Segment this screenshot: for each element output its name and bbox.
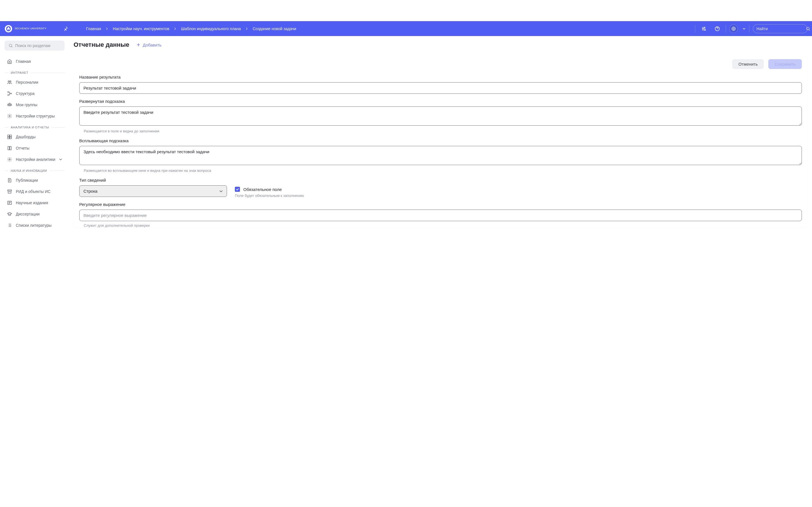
sidebar-item-publications[interactable]: Публикации [4, 175, 64, 186]
sidebar-search[interactable] [4, 41, 64, 51]
sidebar-item-reports[interactable]: Отчеты [4, 143, 64, 154]
chevron-down-icon [59, 158, 62, 161]
divider [726, 25, 726, 33]
svg-point-14 [10, 81, 11, 82]
sidebar-item-home[interactable]: Главная [4, 56, 64, 67]
result-name-input[interactable] [79, 82, 802, 94]
help-icon[interactable] [712, 24, 722, 34]
save-button[interactable]: Сохранить [768, 59, 802, 69]
cancel-button[interactable]: Отменить [732, 59, 764, 69]
popup-hint-textarea[interactable] [79, 146, 802, 165]
svg-point-26 [9, 159, 10, 160]
svg-point-9 [732, 27, 735, 30]
avatar[interactable] [729, 24, 738, 33]
svg-point-17 [11, 93, 11, 94]
sidebar-item-groups[interactable]: Мои группы [4, 99, 64, 110]
sidebar-group-science: НАУКА И ИННОВАЦИИ [4, 169, 64, 172]
add-label: Добавить [143, 43, 161, 47]
field-required: Обязательное поле Поле будет обязательны… [235, 178, 304, 198]
breadcrumb-create-task[interactable]: Создание новой задачи [253, 26, 296, 31]
svg-point-19 [8, 104, 8, 105]
main-content: Отчетные данные Добавить Отменить Сохран… [69, 36, 812, 239]
field-hint: Размещается в поле и видна до заполнения [79, 129, 802, 133]
people-icon [7, 79, 12, 85]
field-label: Тип сведений [79, 178, 227, 182]
required-checkbox[interactable] [235, 187, 240, 192]
brand-text: SECHENOV UNIVERSITY [15, 27, 47, 30]
field-result-name: Название результата [79, 75, 802, 94]
svg-point-2 [9, 27, 10, 28]
svg-point-20 [11, 104, 11, 105]
expanded-hint-textarea[interactable] [79, 107, 802, 126]
document-icon [7, 177, 12, 183]
sidebar-item-label: Структура [16, 91, 35, 96]
sidebar-item-label: Главная [16, 59, 31, 64]
sidebar-item-label: Мои группы [16, 103, 37, 107]
svg-point-15 [8, 92, 8, 93]
top-bar: SECHENOV UNIVERSITY Главная Настройки на… [0, 21, 812, 36]
global-search[interactable] [753, 24, 808, 33]
book-icon [7, 145, 12, 151]
checkbox-label: Обязательное поле [243, 187, 282, 192]
regex-input[interactable] [79, 210, 802, 221]
sidebar-item-dashboards[interactable]: Дашборды [4, 131, 64, 143]
sidebar-search-input[interactable] [15, 43, 64, 48]
field-label: Развернутая подсказка [79, 99, 802, 104]
field-label: Всплывающая подсказка [79, 138, 802, 143]
field-label: Название результата [79, 75, 802, 79]
breadcrumb-template[interactable]: Шаблон индивидуального плана [181, 26, 241, 31]
sidebar-item-label: Диссертации [16, 212, 40, 216]
sidebar-item-label: Публикации [16, 178, 38, 182]
svg-point-21 [9, 115, 10, 117]
sliders-icon[interactable] [699, 24, 709, 34]
groups-icon [7, 102, 12, 108]
checkbox-hint: Поле будет обязательным к заполнению [235, 193, 304, 198]
search-icon [8, 43, 13, 48]
svg-point-18 [9, 103, 10, 105]
graduation-icon [7, 211, 12, 217]
dashboard-icon [7, 134, 12, 140]
global-search-input[interactable] [756, 26, 806, 31]
breadcrumb-settings[interactable]: Настройки науч. инструментов [113, 26, 169, 31]
sidebar-item-rid[interactable]: РИД и объекты ИС [4, 186, 64, 197]
page-header: Отчетные данные Добавить [73, 41, 808, 48]
svg-point-12 [9, 44, 12, 47]
svg-point-5 [703, 28, 703, 29]
chevron-right-icon [174, 27, 176, 30]
svg-point-8 [733, 28, 734, 29]
sidebar-item-label: Научные издания [16, 201, 48, 205]
sidebar-item-structure-settings[interactable]: Настройки структуры [4, 110, 64, 122]
archive-icon [7, 189, 12, 194]
breadcrumb: Главная Настройки науч. инструментов Шаб… [75, 26, 695, 31]
sidebar-item-label: Отчеты [16, 146, 29, 151]
chevron-down-icon[interactable] [742, 27, 746, 31]
plus-icon [136, 43, 141, 47]
tree-icon [7, 91, 12, 96]
sidebar-item-analytics-settings[interactable]: Настройки аналитики [4, 154, 64, 165]
newspaper-icon [7, 200, 12, 206]
sidebar-item-journals[interactable]: Научные издания [4, 197, 64, 209]
logo-area: SECHENOV UNIVERSITY [4, 25, 62, 33]
sidebar-item-bibliography[interactable]: Списки литературы [4, 220, 64, 231]
svg-point-16 [8, 95, 8, 96]
sidebar-item-personas[interactable]: Персоналии [4, 76, 64, 88]
svg-point-4 [704, 27, 705, 28]
chevron-right-icon [245, 27, 248, 30]
field-data-type: Тип сведений Строка [79, 178, 227, 197]
card-actions: Отменить Сохранить [79, 59, 802, 69]
sidebar-group-analytics: АНАЛИТИКА И ОТЧЕТЫ [4, 126, 64, 129]
sidebar-item-dissertations[interactable]: Диссертации [4, 209, 64, 220]
sidebar-item-label: РИД и объекты ИС [16, 189, 50, 194]
add-button[interactable]: Добавить [136, 43, 161, 47]
sidebar-item-structure[interactable]: Структура [4, 88, 64, 99]
svg-point-1 [7, 27, 8, 28]
sidebar-item-label: Персоналии [16, 80, 38, 84]
sidebar-item-label: Дашборды [16, 135, 36, 139]
gear-icon [7, 157, 12, 162]
svg-rect-22 [8, 135, 9, 136]
pin-icon[interactable] [62, 25, 69, 32]
breadcrumb-home[interactable]: Главная [86, 26, 101, 31]
svg-point-0 [5, 25, 12, 33]
data-type-select[interactable]: Строка [79, 185, 227, 197]
field-popup-hint: Всплывающая подсказка Размещается во всп… [79, 138, 802, 173]
